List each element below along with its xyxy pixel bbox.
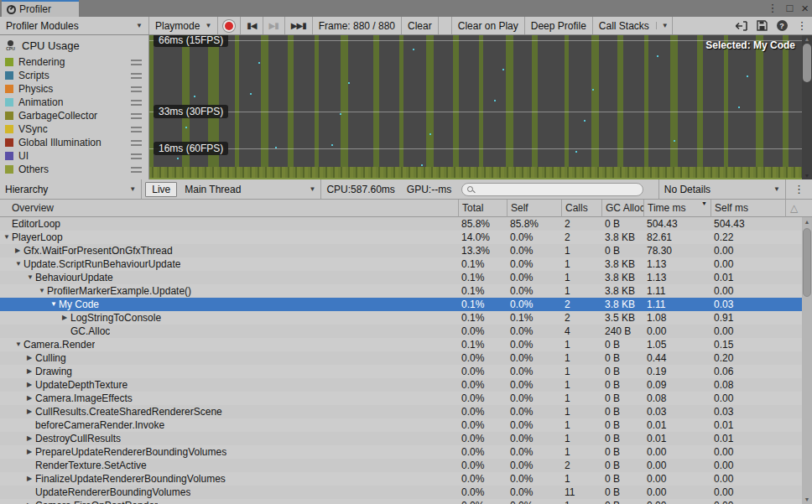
profiler-modules-dropdown[interactable]: Profiler Modules ▼ [0, 17, 149, 34]
clear-on-play-button[interactable]: Clear on Play [452, 17, 525, 34]
column-header-self-ms[interactable]: Self ms [710, 200, 785, 217]
scroll-up-icon[interactable]: ▲ [802, 219, 812, 225]
foldout-closed-icon[interactable]: ▶ [27, 365, 32, 378]
help-button[interactable]: ? [772, 17, 792, 34]
playmode-dropdown[interactable]: Playmode ▼ [149, 17, 218, 34]
foldout-closed-icon[interactable]: ▶ [15, 244, 20, 257]
hierarchy-kebab-button[interactable]: ⋮ [786, 179, 812, 199]
table-row[interactable]: ▶Culling0.0%0.0%10 B0.440.20 [0, 351, 802, 365]
foldout-closed-icon[interactable]: ▶ [27, 351, 32, 365]
table-row[interactable]: ▼BehaviourUpdate0.1%0.0%13.8 KB1.130.01 [0, 271, 802, 284]
save-profile-button[interactable] [752, 17, 772, 34]
foldout-closed-icon[interactable]: ▶ [27, 499, 32, 504]
table-row[interactable]: ▶DestroyCullResults0.0%0.0%10 B0.010.01 [0, 432, 802, 445]
legend-item-physics[interactable]: Physics [0, 82, 148, 96]
tab-profiler[interactable]: Profiler [2, 0, 79, 17]
drag-handle-icon[interactable] [131, 113, 142, 119]
table-row[interactable]: ▶PrepareUpdateRendererBoundingVolumes0.0… [0, 445, 802, 459]
table-row[interactable]: ▶CullResults.CreateSharedRendererScene0.… [0, 405, 802, 418]
scroll-down-icon[interactable]: ▼ [802, 173, 812, 179]
table-row[interactable]: ▶Gfx.WaitForPresentOnGfxThread13.3%0.0%1… [0, 244, 802, 257]
foldout-open-icon[interactable]: ▼ [15, 257, 22, 271]
record-button[interactable] [218, 17, 241, 34]
table-scrollbar-thumb[interactable] [803, 228, 811, 297]
table-row[interactable]: ▼PlayerLoop14.0%0.0%23.8 KB82.610.22 [0, 231, 802, 244]
table-row[interactable]: ▶UpdateDepthTexture0.0%0.0%10 B0.090.08 [0, 378, 802, 392]
deep-profile-button[interactable]: Deep Profile [525, 17, 593, 34]
chart-scrollbar[interactable]: ▲ ▼ [802, 35, 812, 179]
foldout-open-icon[interactable]: ▼ [50, 298, 57, 311]
cpu-usage-chart[interactable]: 66ms (15FPS)33ms (30FPS)16ms (60FPS) Sel… [149, 35, 802, 179]
call-stacks-button[interactable]: Call Stacks ▼ [593, 17, 673, 34]
live-toggle[interactable]: Live [145, 182, 177, 197]
clear-button[interactable]: Clear [402, 17, 439, 34]
legend-item-animation[interactable]: Animation [0, 96, 148, 109]
drag-handle-icon[interactable] [131, 127, 142, 132]
details-dropdown[interactable]: No Details ▼ [658, 179, 786, 199]
table-scrollbar[interactable]: ▲ ▼ [802, 217, 812, 504]
search-input[interactable] [476, 184, 638, 195]
next-frame-button[interactable]: ▶▮ [263, 17, 285, 34]
foldout-open-icon[interactable]: ▼ [3, 231, 10, 244]
foldout-closed-icon[interactable]: ▶ [27, 392, 32, 405]
maximize-icon[interactable]: □ [786, 0, 793, 17]
table-row[interactable]: EditorLoop85.8%85.8%20 B504.43504.43 [0, 217, 802, 231]
legend-item-ui[interactable]: UI [0, 149, 148, 163]
scroll-up-icon[interactable]: ▲ [802, 36, 812, 42]
table-row[interactable]: ▼ProfilerMarkerExample.Update()0.1%0.0%1… [0, 284, 802, 298]
table-row[interactable]: GC.Alloc0.0%0.0%4240 B0.000.00 [0, 325, 802, 338]
table-row[interactable]: ▶Camera.ImageEffects0.0%0.0%10 B0.080.00 [0, 392, 802, 405]
close-icon[interactable]: × [801, 0, 809, 17]
column-header-self[interactable]: Self [507, 200, 561, 217]
drag-handle-icon[interactable] [131, 153, 142, 159]
legend-item-vsync[interactable]: VSync [0, 122, 148, 136]
drag-handle-icon[interactable] [131, 86, 142, 92]
search-field[interactable] [461, 183, 643, 196]
table-row[interactable]: ▼My Code0.1%0.0%23.8 KB1.110.03 [0, 298, 802, 311]
legend-item-global-illumination[interactable]: Global Illumination [0, 136, 148, 149]
table-row[interactable]: ▶FinalizeUpdateRendererBoundingVolumes0.… [0, 472, 802, 486]
foldout-closed-icon[interactable]: ▶ [62, 311, 67, 325]
legend-item-rendering[interactable]: Rendering [0, 55, 148, 69]
foldout-closed-icon[interactable]: ▶ [27, 445, 32, 459]
table-row[interactable]: UpdateRendererBoundingVolumes0.0%0.0%110… [0, 486, 802, 499]
load-profile-button[interactable] [731, 17, 752, 34]
scroll-down-icon[interactable]: ▼ [802, 496, 812, 502]
foldout-open-icon[interactable]: ▼ [27, 271, 34, 284]
cpu-usage-module[interactable]: CPU CPU Usage [0, 35, 148, 55]
drag-handle-icon[interactable] [131, 167, 142, 173]
drag-handle-icon[interactable] [131, 140, 142, 146]
prev-frame-button[interactable]: ▮◀ [241, 17, 263, 34]
drag-handle-icon[interactable] [131, 60, 142, 65]
foldout-closed-icon[interactable]: ▶ [27, 472, 32, 486]
legend-item-garbagecollector[interactable]: GarbageCollector [0, 109, 148, 122]
table-row[interactable]: ▼Update.ScriptRunBehaviourUpdate0.1%0.0%… [0, 257, 802, 271]
cpu-spike [591, 35, 599, 179]
window-menu-icon[interactable]: ⋮ [767, 0, 778, 17]
foldout-closed-icon[interactable]: ▶ [27, 432, 32, 445]
table-row[interactable]: ▶LogStringToConsole0.1%0.1%23.5 KB1.080.… [0, 311, 802, 325]
column-header-overview[interactable]: Overview [0, 200, 458, 217]
table-row[interactable]: RenderTexture.SetActive0.0%0.0%20 B0.000… [0, 459, 802, 472]
table-row[interactable]: beforeCameraRender.Invoke0.0%0.0%10 B0.0… [0, 418, 802, 432]
view-mode-dropdown[interactable]: Hierarchy ▼ [0, 179, 142, 199]
column-header-total[interactable]: Total [458, 200, 507, 217]
thread-dropdown[interactable]: Main Thread ▼ [180, 179, 321, 199]
chart-scrollbar-thumb[interactable] [803, 44, 811, 82]
legend-item-scripts[interactable]: Scripts [0, 69, 148, 82]
table-row[interactable]: ▼Camera.Render0.1%0.0%10 B1.050.15 [0, 338, 802, 351]
legend-item-others[interactable]: Others [0, 163, 148, 176]
column-header-calls[interactable]: Calls [561, 200, 601, 217]
column-header-time-ms[interactable]: Time ms [643, 200, 710, 217]
foldout-closed-icon[interactable]: ▶ [27, 405, 32, 418]
foldout-open-icon[interactable]: ▼ [15, 338, 22, 351]
column-header-gc-alloc[interactable]: GC Alloc [601, 200, 643, 217]
table-row[interactable]: ▶Drawing0.0%0.0%10 B0.190.06 [0, 365, 802, 378]
foldout-closed-icon[interactable]: ▶ [27, 378, 32, 392]
last-frame-button[interactable]: ▶▶▮ [285, 17, 313, 34]
foldout-open-icon[interactable]: ▼ [39, 284, 45, 298]
drag-handle-icon[interactable] [131, 73, 142, 79]
toolbar-kebab-button[interactable]: ⋮ [792, 17, 812, 34]
drag-handle-icon[interactable] [131, 100, 142, 106]
table-row[interactable]: ▶Camera.FireOnPostRender0.0%0.0%10 B0.00… [0, 499, 802, 504]
